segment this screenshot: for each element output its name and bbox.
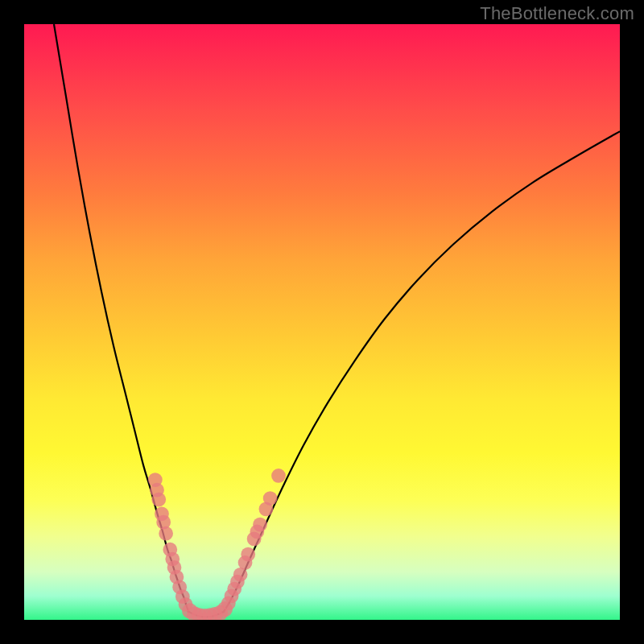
data-point [159, 526, 173, 541]
watermark-label: TheBottleneck.com [480, 3, 634, 24]
plot-area [24, 24, 620, 620]
data-point [151, 493, 166, 507]
data-point [241, 547, 255, 562]
chart-frame: TheBottleneck.com [0, 0, 644, 644]
chart-svg [24, 24, 620, 620]
data-point [253, 518, 267, 532]
data-point [271, 469, 286, 483]
data-point [263, 491, 278, 506]
bottleneck-curve [54, 24, 620, 617]
